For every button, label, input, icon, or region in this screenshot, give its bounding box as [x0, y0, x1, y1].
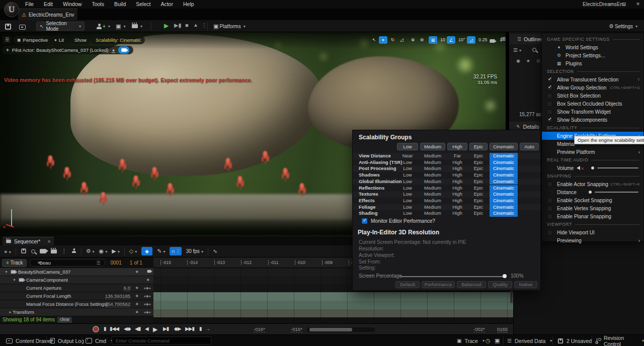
- menu-item-preview-platform[interactable]: Preview Platform›: [542, 148, 643, 156]
- option-selected[interactable]: Cinematic: [490, 191, 518, 198]
- preset-auto-button[interactable]: Auto: [520, 143, 539, 150]
- option[interactable]: High: [447, 179, 467, 185]
- sequencer-tab[interactable]: Sequencer* ✕: [3, 237, 54, 245]
- level-tab[interactable]: ⚠ ElectricDreams_Env: [18, 9, 77, 20]
- preset-medium-button[interactable]: Medium: [420, 143, 445, 150]
- curve-editor-icon[interactable]: ∿: [213, 248, 217, 254]
- fps-dropdown[interactable]: 30 fps▾: [186, 248, 203, 254]
- trace-dropdown[interactable]: ▣ Trace ▾: [457, 335, 485, 346]
- close-tab-icon[interactable]: ✕: [47, 239, 51, 244]
- menu-item-world-settings[interactable]: ●World Settings: [542, 43, 643, 51]
- checkbox-unchecked[interactable]: [547, 109, 552, 115]
- option[interactable]: Epic: [469, 198, 488, 204]
- menu-item-enable-socket-snapping[interactable]: Enable Socket Snapping: [542, 196, 643, 204]
- option[interactable]: Epic: [469, 165, 488, 172]
- console-command-input[interactable]: [112, 336, 211, 344]
- next-frame-button[interactable]: ▶▮: [163, 326, 169, 331]
- balanced-button[interactable]: Balanced: [457, 281, 486, 288]
- option-selected[interactable]: Cinematic: [490, 185, 518, 192]
- option[interactable]: Low: [397, 172, 418, 179]
- option-selected[interactable]: Cinematic: [490, 179, 518, 185]
- pilot-actor-bar[interactable]: + Pilot Actor: BeautyShotCamera_037 (Loc…: [2, 46, 133, 54]
- checkbox-unchecked[interactable]: [547, 93, 552, 99]
- option[interactable]: Low: [397, 185, 418, 192]
- edit-options-icon[interactable]: ✎▾: [157, 248, 165, 254]
- auto-key-toggle[interactable]: ◈: [141, 247, 152, 255]
- screen-percentage-slider[interactable]: [400, 276, 505, 277]
- sequencer-settings-icon[interactable]: ⚙▾: [86, 248, 95, 254]
- close-button[interactable]: ✕: [632, 0, 644, 9]
- viewport-options-icon[interactable]: ☰: [3, 36, 12, 44]
- clear-search-icon[interactable]: ✕: [37, 261, 41, 265]
- record-button[interactable]: [93, 326, 99, 332]
- stop-button[interactable]: ■: [185, 22, 189, 28]
- derived-data-dropdown[interactable]: ☰ Derived Data ▾: [507, 335, 552, 346]
- option[interactable]: Low: [397, 204, 418, 211]
- menu-item-enable-planar-snapping[interactable]: Enable Planar Snapping: [542, 212, 643, 220]
- show-dropdown[interactable]: Show: [70, 36, 91, 44]
- option[interactable]: Epic: [469, 204, 488, 211]
- menu-edit[interactable]: Edit: [39, 0, 58, 9]
- scale-snap-icon[interactable]: ◿: [467, 36, 475, 44]
- loop-mode-button[interactable]: →: [205, 326, 210, 331]
- unsaved-button[interactable]: 2 Unsaved: [557, 335, 592, 346]
- menu-item-box-select-occluded[interactable]: Box Select Occluded Objects: [542, 100, 643, 108]
- find-in-content-browser-icon[interactable]: [31, 248, 35, 254]
- option[interactable]: Medium: [420, 198, 445, 204]
- option[interactable]: Low: [397, 210, 418, 217]
- track-row-camera-actor[interactable]: ▾ BeautyShotCamera_037 +: [0, 268, 153, 276]
- preset-high-button[interactable]: High: [447, 143, 467, 150]
- playback-options-icon[interactable]: ▶▾: [112, 248, 119, 254]
- menu-help[interactable]: Help: [178, 0, 199, 9]
- camera-speed-control[interactable]: [489, 36, 496, 45]
- option[interactable]: Low: [397, 191, 418, 198]
- content-drawer-button[interactable]: Content Drawer: [6, 335, 53, 346]
- checkbox-unchecked[interactable]: [547, 182, 552, 187]
- screen-percentage-handle[interactable]: [503, 274, 507, 278]
- track-row-focus-distance[interactable]: Manual Focus Distance (Focus Settings) 2…: [0, 300, 153, 308]
- working-range-start-field[interactable]: -016*: [291, 326, 302, 332]
- current-frame-value[interactable]: 0001: [111, 260, 122, 266]
- preset-cinematic-button[interactable]: Cinematic: [490, 143, 518, 150]
- add-track-button[interactable]: +Track: [2, 259, 27, 267]
- option-selected[interactable]: Cinematic: [490, 172, 518, 179]
- scale-snap-value[interactable]: 0.25: [478, 37, 488, 42]
- menu-window[interactable]: Window: [58, 0, 87, 9]
- option[interactable]: Epic: [469, 179, 488, 185]
- view-options-icon[interactable]: ◉▾: [99, 248, 108, 254]
- option[interactable]: Epic: [469, 185, 488, 192]
- menu-tools[interactable]: Tools: [87, 0, 109, 9]
- platforms-dropdown[interactable]: ▣ Platforms ▾: [213, 22, 246, 31]
- cmd-dropdown[interactable]: Cmd ▾: [86, 335, 113, 346]
- volume-slider[interactable]: [597, 167, 638, 168]
- play-reverse-button[interactable]: ◀: [145, 326, 148, 331]
- view-range-start-field[interactable]: -016*: [254, 326, 265, 332]
- sequencer-search-input[interactable]: [30, 259, 105, 267]
- option[interactable]: Medium: [420, 191, 445, 198]
- menu-file[interactable]: File: [20, 0, 39, 9]
- playback-range-end-field[interactable]: 0165: [497, 326, 508, 332]
- option[interactable]: Epic: [469, 210, 488, 217]
- previous-frame-button[interactable]: ◀▮: [135, 326, 140, 331]
- option[interactable]: High: [447, 191, 467, 198]
- checkbox-unchecked[interactable]: [547, 214, 552, 219]
- option-selected[interactable]: Cinematic: [490, 153, 518, 159]
- pin-icon[interactable]: ⊙: [536, 58, 540, 63]
- option[interactable]: Medium: [420, 185, 445, 192]
- play-options-icon[interactable]: ⋮: [201, 22, 207, 29]
- selection-range-end-field[interactable]: -002*: [473, 326, 485, 332]
- viewport-layout-icon[interactable]: ⊞: [501, 36, 506, 42]
- scale-tool-icon[interactable]: ◿: [397, 36, 406, 43]
- option[interactable]: High: [447, 172, 467, 179]
- distance-slider[interactable]: [595, 192, 638, 193]
- settings-dropdown[interactable]: ⚙ Settings ▾: [609, 22, 637, 31]
- checkbox-unchecked[interactable]: [547, 198, 552, 203]
- jump-to-start-button[interactable]: ▮◀◀: [110, 326, 119, 331]
- option[interactable]: High: [447, 198, 467, 204]
- quality-button[interactable]: Quality: [488, 281, 512, 288]
- maximize-button[interactable]: ▢: [618, 0, 630, 9]
- speaker-muted-icon[interactable]: ✕: [577, 165, 584, 171]
- skip-button[interactable]: ▶▮: [174, 22, 182, 29]
- rotation-snap-icon[interactable]: ∠: [447, 36, 455, 44]
- eye-icon[interactable]: ◉: [516, 58, 520, 63]
